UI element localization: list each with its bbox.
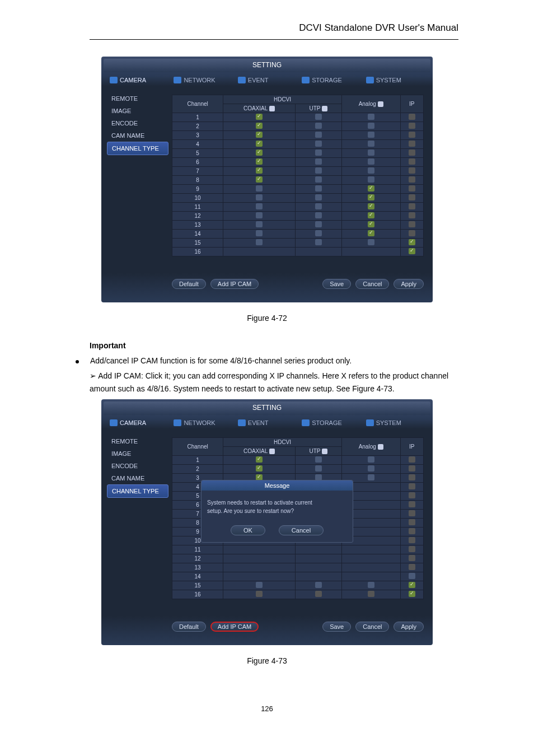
checkbox[interactable] [409, 501, 415, 507]
tab-system[interactable]: SYSTEM [363, 417, 427, 429]
tab-network[interactable]: NETWORK [171, 74, 235, 86]
checkbox[interactable] [315, 176, 322, 183]
checkbox[interactable] [256, 239, 263, 245]
checkbox[interactable] [315, 582, 322, 588]
checkbox[interactable] [315, 591, 322, 597]
checkbox[interactable] [368, 212, 374, 218]
checkbox[interactable] [409, 519, 415, 525]
sidebar-item-remote[interactable]: REMOTE [107, 435, 168, 447]
checkbox[interactable] [315, 114, 322, 120]
checkbox[interactable] [315, 456, 322, 463]
checkbox[interactable] [315, 465, 322, 472]
dialog-ok-button[interactable]: OK [231, 525, 265, 535]
checkbox[interactable] [315, 185, 322, 192]
sidebar-item-encode[interactable]: ENCODE [107, 460, 168, 472]
checkbox[interactable] [409, 167, 415, 174]
checkbox[interactable] [409, 114, 415, 120]
checkbox[interactable] [256, 114, 263, 120]
coaxial-header-checkbox[interactable] [269, 449, 275, 454]
checkbox[interactable] [409, 176, 415, 183]
checkbox[interactable] [368, 591, 374, 597]
checkbox[interactable] [315, 132, 322, 138]
checkbox[interactable] [368, 141, 374, 147]
apply-button[interactable]: Apply [394, 279, 424, 289]
checkbox[interactable] [368, 132, 374, 138]
analog-header-checkbox[interactable] [378, 101, 383, 107]
sidebar-item-cam-name[interactable]: CAM NAME [107, 129, 168, 142]
checkbox[interactable] [315, 194, 322, 200]
checkbox[interactable] [256, 230, 263, 236]
checkbox[interactable] [409, 185, 415, 192]
checkbox[interactable] [409, 591, 415, 597]
dialog-cancel-button[interactable]: Cancel [279, 525, 324, 535]
coaxial-header-checkbox[interactable] [269, 106, 275, 111]
checkbox[interactable] [368, 456, 374, 463]
checkbox[interactable] [315, 158, 322, 165]
checkbox[interactable] [256, 150, 263, 156]
checkbox[interactable] [315, 230, 322, 236]
default-button[interactable]: Default [172, 622, 206, 632]
checkbox[interactable] [409, 510, 415, 516]
checkbox[interactable] [409, 573, 415, 579]
tab-network[interactable]: NETWORK [171, 417, 235, 429]
checkbox[interactable] [315, 167, 322, 174]
checkbox[interactable] [256, 176, 263, 183]
checkbox[interactable] [409, 230, 415, 236]
checkbox[interactable] [409, 546, 415, 552]
checkbox[interactable] [368, 582, 374, 588]
checkbox[interactable] [409, 492, 415, 498]
checkbox[interactable] [256, 203, 263, 209]
checkbox[interactable] [315, 212, 322, 218]
checkbox[interactable] [256, 194, 263, 200]
checkbox[interactable] [409, 239, 415, 245]
checkbox[interactable] [409, 221, 415, 227]
checkbox[interactable] [409, 456, 415, 463]
tab-system[interactable]: SYSTEM [363, 74, 427, 86]
checkbox[interactable] [256, 132, 263, 138]
cancel-button[interactable]: Cancel [355, 622, 389, 632]
checkbox[interactable] [368, 114, 374, 120]
cancel-button[interactable]: Cancel [355, 279, 389, 289]
checkbox[interactable] [409, 555, 415, 561]
checkbox[interactable] [368, 465, 374, 472]
checkbox[interactable] [256, 221, 263, 227]
checkbox[interactable] [256, 185, 263, 192]
checkbox[interactable] [256, 141, 263, 147]
checkbox[interactable] [368, 239, 374, 245]
checkbox[interactable] [315, 203, 322, 209]
checkbox[interactable] [409, 483, 415, 489]
apply-button[interactable]: Apply [394, 622, 424, 632]
checkbox[interactable] [409, 158, 415, 165]
checkbox[interactable] [409, 203, 415, 209]
checkbox[interactable] [409, 132, 415, 138]
checkbox[interactable] [368, 123, 374, 129]
checkbox[interactable] [315, 141, 322, 147]
checkbox[interactable] [368, 167, 374, 174]
tab-camera[interactable]: CAMERA [107, 74, 171, 86]
checkbox[interactable] [256, 167, 263, 174]
sidebar-item-image[interactable]: IMAGE [107, 447, 168, 460]
tab-event[interactable]: EVENT [235, 417, 299, 429]
checkbox[interactable] [409, 141, 415, 147]
save-button[interactable]: Save [322, 279, 351, 289]
tab-event[interactable]: EVENT [235, 74, 299, 86]
checkbox[interactable] [368, 185, 374, 192]
analog-header-checkbox[interactable] [378, 444, 383, 450]
sidebar-item-remote[interactable]: REMOTE [107, 92, 168, 105]
checkbox[interactable] [409, 582, 415, 588]
tab-camera[interactable]: CAMERA [107, 417, 171, 429]
checkbox[interactable] [256, 158, 263, 165]
tab-storage[interactable]: STORAGE [299, 417, 363, 429]
checkbox[interactable] [256, 591, 263, 597]
checkbox[interactable] [409, 212, 415, 218]
checkbox[interactable] [368, 176, 374, 183]
checkbox[interactable] [409, 465, 415, 472]
checkbox[interactable] [315, 221, 322, 227]
checkbox[interactable] [409, 248, 415, 254]
sidebar-item-cam-name[interactable]: CAM NAME [107, 472, 168, 484]
checkbox[interactable] [256, 582, 263, 588]
utp-header-checkbox[interactable] [322, 106, 327, 111]
default-button[interactable]: Default [172, 279, 206, 289]
sidebar-item-image[interactable]: IMAGE [107, 105, 168, 117]
checkbox[interactable] [368, 474, 374, 480]
